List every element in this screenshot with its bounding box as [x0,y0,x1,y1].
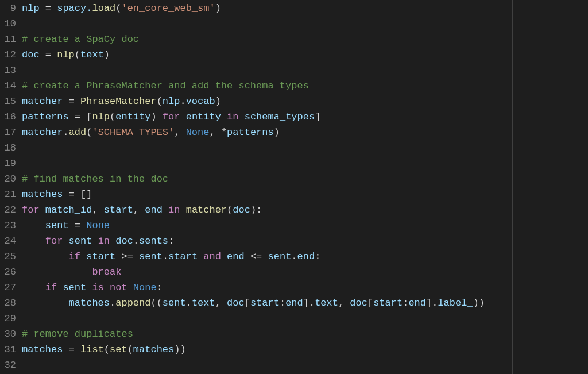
code-line[interactable]: nlp = spacy.load('en_core_web_sm') [22,1,588,17]
code-line[interactable]: # remove duplicates [22,327,588,342]
code-line[interactable] [22,156,588,172]
token: . [291,249,297,265]
token: None [86,218,110,234]
token: nlp [92,110,110,125]
code-line[interactable]: matches = [] [22,187,588,203]
code-line[interactable]: # find matches in the doc [22,172,588,187]
code-line[interactable] [22,311,588,327]
token: matches [22,296,110,311]
token: ( [75,48,80,63]
token: vocab [186,94,215,110]
line-number: 16 [0,110,16,125]
code-line[interactable]: if start >= sent.start and end <= sent.e… [22,249,588,265]
token: . [110,296,115,311]
editor-ruler [512,0,513,374]
token: ]. [426,296,438,311]
token: : [157,280,163,296]
token: ( [227,203,233,218]
token: , [92,203,103,218]
token [22,249,69,265]
token: ) [150,110,162,125]
token: PhraseMatcher [80,94,157,110]
line-number: 23 [0,218,16,234]
token: ]. [303,296,315,311]
token: start [250,296,280,311]
token: None [186,125,210,141]
token: # create a PhraseMatcher and add the sch… [22,79,309,94]
code-line[interactable]: for match_id, start, end in matcher(doc)… [22,203,588,218]
token: text [192,296,215,311]
code-line[interactable]: matcher.add('SCHEMA_TYPES', None, *patte… [22,125,588,141]
code-line[interactable]: # create a SpaCy doc [22,32,588,48]
token [51,48,57,63]
code-line[interactable]: sent = None [22,218,588,234]
token: matcher [186,203,227,218]
line-number: 10 [0,17,16,32]
line-number: 14 [0,79,16,94]
token: text [315,296,338,311]
token: for [45,234,63,249]
code-area[interactable]: nlp = spacy.load('en_core_web_sm') # cre… [22,1,588,374]
token: None [133,280,157,296]
token: in [98,234,110,249]
code-line[interactable]: patterns = [nlp(entity) for entity in sc… [22,110,588,125]
token: ( [86,125,92,141]
code-line[interactable]: doc = nlp(text) [22,48,588,63]
token: nlp [22,1,45,17]
code-line[interactable]: matcher = PhraseMatcher(nlp.vocab) [22,94,588,110]
line-number: 20 [0,172,16,187]
token: schema_types [239,110,315,125]
token: , [174,125,185,141]
token: : [403,296,408,311]
token: nlp [57,48,75,63]
code-line[interactable] [22,17,588,32]
code-line[interactable]: matches.append((sent.text, doc[start:end… [22,296,588,311]
token: in [227,110,238,125]
token: label_ [438,296,473,311]
token [75,94,80,110]
token [22,265,92,280]
code-line[interactable]: # create a PhraseMatcher and add the sch… [22,79,588,94]
token: ): [250,203,262,218]
token: not [110,280,127,296]
token: : [168,234,174,249]
line-number: 17 [0,125,16,141]
token: doc [233,203,250,218]
token: ( [115,1,121,17]
token: 'SCHEMA_TYPES' [92,125,174,141]
code-line[interactable] [22,63,588,79]
line-number: 31 [0,342,16,358]
token: (( [150,296,162,311]
token: = [45,1,51,17]
line-number: 9 [0,1,16,17]
token: start [104,203,133,218]
token [22,234,45,249]
token: [ [80,110,92,125]
token: = [69,342,80,358]
token: 'en_core_web_sm' [121,1,215,17]
code-line[interactable] [22,141,588,156]
code-line[interactable]: matches = list(set(matches)) [22,342,588,358]
line-number: 26 [0,265,16,280]
token: doc [110,234,133,249]
token: ) [104,48,110,63]
code-line[interactable]: if sent is not None: [22,280,588,296]
line-number: 11 [0,32,16,48]
code-line[interactable] [22,358,588,373]
code-line[interactable]: break [22,265,588,280]
line-number: 27 [0,280,16,296]
token: in [168,203,180,218]
token: sent [163,296,186,311]
token: = [45,48,51,63]
token: load [92,1,115,17]
line-number-gutter: 9101112131415161718192021222324252627282… [0,1,22,374]
token: patterns [227,125,274,141]
token: ) [215,94,221,110]
token: )) [473,296,485,311]
token: sent [22,218,75,234]
token: end [408,296,426,311]
code-line[interactable]: for sent in doc.sents: [22,234,588,249]
code-editor[interactable]: 9101112131415161718192021222324252627282… [0,0,588,374]
token: )) [174,342,185,358]
token: : [280,296,285,311]
